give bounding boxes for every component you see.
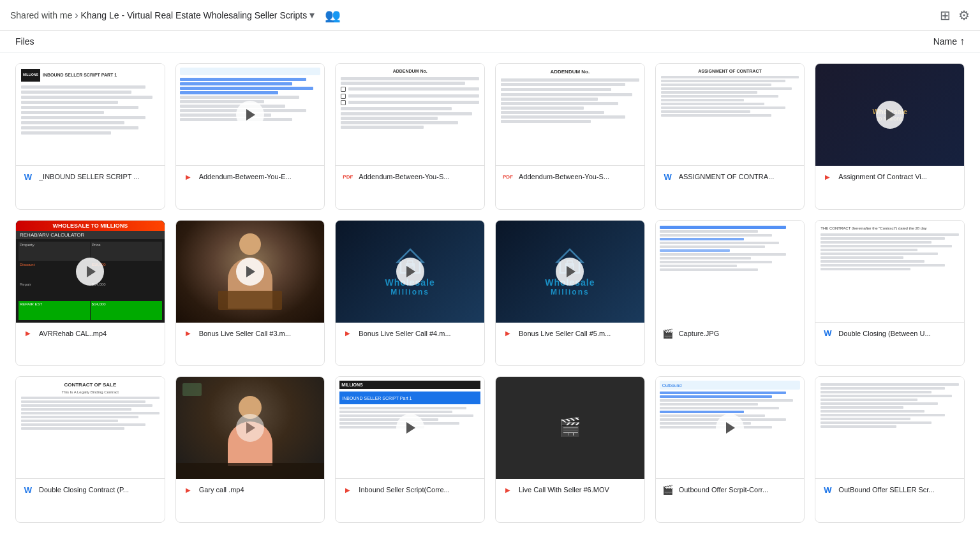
file-name: Bonus Live Seller Call #4.m...	[359, 330, 478, 337]
settings-icon[interactable]: ⚙	[958, 8, 970, 23]
breadcrumb-shared-with-me[interactable]: Shared with me	[10, 10, 72, 20]
file-info: ▶ Addendum-Betweem-You-E...	[176, 166, 325, 187]
breadcrumb-current-folder: Khang Le - Virtual Real Estate Wholesali…	[81, 9, 315, 21]
file-thumbnail: THE CONTRACT (hereinafter the "Contract"…	[815, 221, 964, 323]
view-toggle-icon[interactable]: ⊞	[940, 8, 951, 23]
file-thumbnail	[176, 377, 325, 479]
image-icon: 🎬	[662, 484, 674, 495]
file-info: W ASSIGNMENT OF CONTRA...	[656, 166, 805, 187]
file-info: ▶ Gary call .mp4	[176, 479, 325, 501]
file-name: Addendum-Betweem-You-E...	[199, 173, 318, 180]
play-button[interactable]	[76, 258, 104, 286]
image-icon: 🎬	[662, 328, 674, 339]
people-icon[interactable]: 👥	[325, 8, 341, 23]
folder-dropdown-icon[interactable]: ▾	[309, 9, 315, 21]
file-name: ASSIGNMENT OF CONTRA...	[679, 173, 798, 180]
file-info: ▶ Bonus Live Seller Call #5.m...	[496, 323, 644, 344]
sort-button[interactable]: Name ↑	[933, 36, 965, 47]
file-info: PDF Addendum-Between-You-S...	[336, 166, 484, 187]
file-card-double-closing-contract[interactable]: CONTRACT OF SALE This Is A Legally Bindi…	[15, 376, 165, 523]
play-button[interactable]	[236, 258, 264, 286]
file-thumbnail	[815, 377, 964, 479]
pdf-icon: PDF	[342, 171, 353, 182]
file-card-gary-call[interactable]: ▶ Gary call .mp4	[175, 376, 325, 523]
file-card-capture[interactable]: 🎬 Capture.JPG	[655, 220, 805, 367]
file-name: Assignment Of Contract Vi...	[838, 173, 958, 180]
video-icon: ▶	[22, 328, 34, 339]
file-thumbnail: 🎬	[496, 377, 644, 479]
file-card-assignment-video[interactable]: Wholesale to Millions ▶ Assignment Of Co…	[815, 63, 965, 210]
video-icon: ▶	[182, 171, 194, 182]
file-name: Addendum-Between-You-S...	[519, 173, 638, 180]
file-thumbnail: Outbound	[656, 377, 805, 479]
video-icon: ▶	[502, 484, 514, 495]
file-card-assignment-contract[interactable]: ASSIGNMENT OF CONTRACT W ASSIGNMENT OF C…	[655, 63, 805, 210]
file-thumbnail: Wholesale Millions	[496, 221, 644, 323]
file-card-outbound-seller[interactable]: W OutBound Offer SELLER Scr...	[815, 376, 965, 523]
file-name: Bonus Live Seller Call #5.m...	[519, 330, 638, 337]
header: Shared with me › Khang Le - Virtual Real…	[0, 0, 980, 31]
word-icon: W	[22, 484, 34, 495]
file-card-avr-rehab[interactable]: WHOLESALE TO MILLIONS REHAB/ARV CALCULAT…	[15, 220, 165, 367]
word-icon: W	[822, 328, 833, 339]
play-button[interactable]	[876, 101, 904, 129]
header-right: ⊞ ⚙	[940, 8, 970, 23]
file-thumbnail	[656, 221, 805, 323]
file-name: Gary call .mp4	[199, 486, 318, 494]
file-card-live-call[interactable]: 🎬 ▶ Live Call With Seller #6.MOV	[495, 376, 645, 523]
file-card-bonus-4[interactable]: Wholesale Millions ▶ Bonus Live Seller C…	[335, 220, 485, 367]
file-card-inbound-seller-script[interactable]: MILLIONS INBOUND SELLER SCRIPT PART 1 W …	[15, 63, 165, 210]
toolbar-left: Files	[15, 36, 34, 47]
breadcrumb: Shared with me › Khang Le - Virtual Real…	[10, 9, 315, 21]
word-icon: W	[822, 484, 833, 495]
sort-arrow-icon: ↑	[960, 36, 965, 47]
pdf-icon: PDF	[502, 171, 514, 182]
play-button[interactable]	[236, 414, 264, 442]
play-button[interactable]	[236, 101, 264, 129]
video-icon: ▶	[342, 484, 353, 495]
file-name: AVRRehab CAL..mp4	[39, 330, 158, 337]
file-card-addendum-s2[interactable]: ADDENDUM No. PDF Addendum-Between-You-S.…	[495, 63, 645, 210]
play-button[interactable]	[556, 258, 584, 286]
file-info: W OutBound Offer SELLER Scr...	[815, 479, 964, 501]
files-grid: MILLIONS INBOUND SELLER SCRIPT PART 1 W …	[0, 53, 980, 533]
video-icon: ▶	[182, 484, 194, 495]
play-button[interactable]	[716, 414, 744, 442]
file-card-addendum-e[interactable]: ▶ Addendum-Betweem-You-E...	[175, 63, 325, 210]
file-card-outbound-script[interactable]: Outbound 🎬 Outbound Offer Scrpit-Corr...	[655, 376, 805, 523]
file-card-double-closing-between[interactable]: THE CONTRACT (hereinafter the "Contract"…	[815, 220, 965, 367]
file-thumbnail: ADDENDUM No.	[496, 64, 644, 166]
breadcrumb-separator: ›	[75, 10, 78, 21]
file-name: OutBound Offer SELLER Scr...	[838, 486, 958, 494]
file-thumbnail: Wholesale Millions	[336, 221, 484, 323]
word-icon: W	[662, 171, 674, 182]
file-name: Double Closing Contract (P...	[39, 486, 158, 494]
video-icon: ▶	[502, 328, 514, 339]
play-button[interactable]	[396, 414, 424, 442]
file-info: ▶ AVRRehab CAL..mp4	[16, 323, 165, 344]
file-card-addendum-s[interactable]: ADDENDUM No. PDF Addendum-Between-You-S.…	[335, 63, 485, 210]
toolbar: Files Name ↑	[0, 31, 980, 53]
file-info: ▶ Live Call With Seller #6.MOV	[496, 479, 644, 501]
file-name: Capture.JPG	[679, 330, 798, 337]
video-icon: ▶	[822, 171, 833, 182]
file-thumbnail: WHOLESALE TO MILLIONS REHAB/ARV CALCULAT…	[16, 221, 165, 323]
play-button[interactable]	[396, 258, 424, 286]
file-name: Live Call With Seller #6.MOV	[519, 486, 638, 494]
file-thumbnail	[176, 221, 325, 323]
file-info: W _INBOUND SELLER SCRIPT ...	[16, 166, 165, 187]
file-info: ▶ Bonus Live Seller Call #4.m...	[336, 323, 484, 344]
file-thumbnail: MILLIONS INBOUND SELLER SCRIPT Part 1	[336, 377, 484, 479]
file-info: ▶ Assignment Of Contract Vi...	[815, 166, 964, 187]
file-name: Bonus Live Seller Call #3.m...	[199, 330, 318, 337]
file-info: 🎬 Outbound Offer Scrpit-Corr...	[656, 479, 805, 501]
file-thumbnail: Wholesale to Millions	[815, 64, 964, 166]
file-card-inbound-video[interactable]: MILLIONS INBOUND SELLER SCRIPT Part 1 ▶ …	[335, 376, 485, 523]
file-name: _INBOUND SELLER SCRIPT ...	[39, 173, 158, 180]
file-info: W Double Closing Contract (P...	[16, 479, 165, 501]
file-name: Outbound Offer Scrpit-Corr...	[679, 486, 798, 494]
file-thumbnail: MILLIONS INBOUND SELLER SCRIPT PART 1	[16, 64, 165, 166]
video-icon: ▶	[182, 328, 194, 339]
file-card-bonus-3[interactable]: ▶ Bonus Live Seller Call #3.m...	[175, 220, 325, 367]
file-card-bonus-5[interactable]: Wholesale Millions ▶ Bonus Live Seller C…	[495, 220, 645, 367]
